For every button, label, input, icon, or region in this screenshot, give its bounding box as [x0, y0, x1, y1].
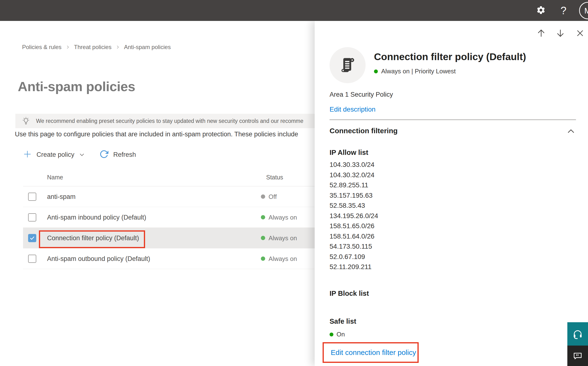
app-top-bar: ? M	[0, 0, 588, 21]
status-label: Off	[269, 193, 277, 200]
help-button[interactable]: ?	[556, 0, 571, 21]
chevron-right-icon	[65, 45, 70, 50]
breadcrumb: Policies & rules Threat policies Anti-sp…	[22, 44, 171, 51]
ip-address: 54.173.50.115	[330, 241, 378, 252]
ip-address: 158.51.64.0/26	[330, 231, 378, 242]
flyout-status-text: Always on | Priority Lowest	[381, 68, 456, 75]
previous-item-button[interactable]	[536, 28, 547, 39]
edit-connection-filter-policy-link[interactable]: Edit connection filter policy	[331, 348, 416, 357]
status-dot-on	[261, 257, 265, 261]
headset-icon	[572, 328, 583, 340]
policy-name[interactable]: Anti-spam outbound policy (Default)	[47, 255, 150, 262]
checkmark-icon	[29, 235, 35, 241]
close-icon	[576, 29, 584, 38]
edit-description-link[interactable]: Edit description	[330, 106, 375, 113]
ip-address: 35.157.195.63	[330, 191, 378, 201]
lightbulb-icon	[22, 117, 30, 125]
table-header: Name Status	[23, 168, 348, 186]
breadcrumb-policies-rules[interactable]: Policies & rules	[22, 44, 61, 51]
status-badge: Always on	[261, 255, 297, 262]
status-badge: Always on	[261, 214, 297, 221]
page-description: Use this page to configure policies that…	[15, 130, 325, 138]
gear-icon	[536, 5, 546, 16]
safe-list-status-label: On	[337, 331, 345, 338]
ip-address: 158.51.65.0/26	[330, 221, 378, 231]
safe-list-status: On	[330, 331, 345, 338]
toolbar: Create policy Refresh	[23, 148, 136, 161]
feedback-button[interactable]	[567, 346, 588, 366]
policies-table: Name Status anti-spam Off Anti-spam inbo…	[23, 168, 348, 269]
policy-name[interactable]: anti-spam	[47, 193, 76, 200]
ip-block-list-title: IP Block list	[330, 290, 369, 297]
policy-description: Area 1 Security Policy	[330, 91, 393, 98]
ip-address: 104.30.33.0/24	[330, 160, 378, 170]
status-badge: Always on	[261, 234, 297, 242]
status-dot-off	[261, 195, 265, 199]
ip-allow-list-title: IP Allow list	[330, 149, 368, 157]
create-policy-label: Create policy	[37, 151, 74, 159]
highlight-rectangle: Edit connection filter policy	[323, 342, 419, 363]
policy-icon-circle	[330, 47, 366, 83]
row-checkbox[interactable]	[28, 213, 36, 221]
avatar-initial: M	[584, 6, 588, 15]
ip-allow-list: 104.30.33.0/24 104.30.32.0/24 52.89.255.…	[330, 160, 378, 272]
recommendation-banner: We recommend enabling preset security po…	[15, 114, 324, 128]
column-header-name[interactable]: Name	[47, 174, 63, 181]
table-row[interactable]: Anti-spam inbound policy (Default) Alway…	[23, 207, 348, 228]
arrow-down-icon	[556, 28, 565, 38]
scroll-icon	[338, 55, 357, 75]
account-avatar[interactable]: M	[579, 2, 588, 19]
row-checkbox[interactable]	[28, 193, 36, 201]
refresh-button[interactable]: Refresh	[99, 150, 136, 160]
refresh-icon	[99, 150, 109, 160]
status-label: Always on	[269, 234, 297, 242]
chevron-right-icon	[115, 45, 120, 50]
flyout-title: Connection filter policy (Default)	[374, 51, 526, 62]
settings-button[interactable]	[534, 0, 548, 21]
status-badge: Off	[261, 193, 277, 200]
flyout-status-line: Always on | Priority Lowest	[374, 68, 456, 75]
status-dot-on	[374, 69, 378, 73]
create-policy-button[interactable]: Create policy	[23, 150, 85, 160]
ip-address: 52.89.255.11	[330, 180, 378, 191]
row-checkbox[interactable]	[28, 255, 36, 263]
status-label: Always on	[269, 255, 297, 262]
plus-icon	[23, 150, 32, 160]
table-row[interactable]: anti-spam Off	[23, 186, 348, 207]
ip-address: 134.195.26.0/24	[330, 211, 378, 221]
breadcrumb-anti-spam-policies[interactable]: Anti-spam policies	[124, 44, 171, 51]
status-label: Always on	[269, 214, 297, 221]
status-dot-on	[330, 333, 333, 336]
row-checkbox-checked[interactable]	[28, 234, 36, 242]
chevron-up-icon	[566, 127, 575, 136]
close-flyout-button[interactable]	[574, 28, 586, 39]
policy-name[interactable]: Anti-spam inbound policy (Default)	[47, 214, 146, 221]
status-dot-on	[261, 215, 265, 220]
support-button[interactable]	[567, 322, 588, 346]
ip-address: 52.11.209.211	[330, 262, 378, 272]
status-dot-on	[261, 236, 265, 240]
next-item-button[interactable]	[555, 28, 566, 39]
table-row[interactable]: Anti-spam outbound policy (Default) Alwa…	[23, 248, 348, 269]
ip-address: 52.58.35.43	[330, 201, 378, 211]
table-row-selected[interactable]: Connection filter policy (Default) Alway…	[23, 228, 348, 248]
page-title: Anti-spam policies	[18, 79, 135, 94]
ip-address: 52.0.67.109	[330, 252, 378, 262]
policy-details-flyout: Connection filter policy (Default) Alway…	[315, 21, 588, 366]
safe-list-title: Safe list	[330, 317, 356, 325]
ip-address: 104.30.32.0/24	[330, 170, 378, 180]
chat-icon	[573, 351, 583, 361]
chevron-down-icon	[79, 152, 85, 158]
collapse-section-button[interactable]	[566, 126, 576, 137]
divider	[330, 120, 576, 120]
banner-text: We recommend enabling preset security po…	[36, 118, 303, 124]
breadcrumb-threat-policies[interactable]: Threat policies	[74, 44, 111, 51]
policy-name[interactable]: Connection filter policy (Default)	[47, 234, 139, 242]
help-icon: ?	[561, 5, 566, 17]
column-header-status[interactable]: Status	[266, 174, 283, 181]
arrow-up-icon	[536, 28, 546, 38]
refresh-label: Refresh	[113, 151, 136, 159]
section-title-connection-filtering: Connection filtering	[330, 127, 397, 135]
